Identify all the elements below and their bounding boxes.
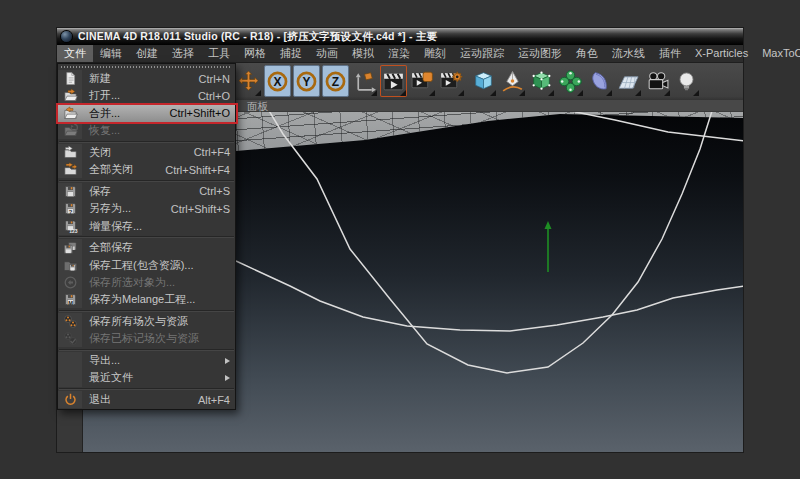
menubar-item-选择[interactable]: 选择 [165, 45, 201, 62]
menu-item-shortcut: Alt+F4 [198, 394, 230, 406]
empty-icon [58, 369, 82, 386]
menubar-item-网格[interactable]: 网格 [237, 45, 273, 62]
pen-spline-button[interactable] [499, 65, 526, 97]
move-tool[interactable] [235, 65, 262, 97]
menubar-item-MaxToC4D[interactable]: MaxToC4D [755, 45, 800, 62]
menubar-item-渲染[interactable]: 渲染 [381, 45, 417, 62]
menu-item-label: 关闭 [82, 145, 111, 160]
folder-merge-icon [58, 105, 82, 122]
coordinate-system-button[interactable] [351, 65, 378, 97]
deformer-button[interactable] [557, 65, 584, 97]
y-axis-arrow-head [545, 221, 552, 229]
file-menu-item-另存为[interactable]: ?另存为...Ctrl+Shift+S [58, 200, 235, 217]
coordinate-system-icon [352, 69, 377, 94]
y-axis-lock-button[interactable]: Y [293, 65, 320, 97]
file-menu-item-关闭[interactable]: 关闭Ctrl+F4 [58, 144, 235, 161]
light-button[interactable] [673, 65, 700, 97]
extrude-spline-outer[interactable] [268, 112, 712, 373]
menubar-item-动画[interactable]: 动画 [309, 45, 345, 62]
save-all-icon [58, 239, 82, 256]
submenu-arrow-icon [225, 375, 230, 381]
svg-text:M: M [68, 300, 73, 306]
file-menu-item-保存[interactable]: 保存Ctrl+S [58, 183, 235, 200]
render-settings-button[interactable] [438, 65, 465, 97]
file-menu-item-合并[interactable]: 合并...Ctrl+Shift+O [58, 105, 235, 122]
file-menu-item-恢复: 恢复... [58, 122, 235, 139]
folder-open-icon [58, 87, 82, 104]
file-menu-item-全部关闭[interactable]: 全部关闭Ctrl+Shift+F4 [58, 161, 235, 178]
menubar-item-工具[interactable]: 工具 [201, 45, 237, 62]
save-project-icon [58, 256, 82, 273]
add-cube-button[interactable] [470, 65, 497, 97]
folder-close-icon [58, 144, 82, 161]
floor-button[interactable] [615, 65, 642, 97]
move-tool-icon [236, 69, 261, 94]
file-menu-item-增量保存[interactable]: 123增量保存... [58, 217, 235, 234]
menubar-item-插件[interactable]: 插件 [652, 45, 688, 62]
render-view-button[interactable] [380, 65, 407, 97]
menubar-item-模拟[interactable]: 模拟 [345, 45, 381, 62]
titlebar[interactable]: CINEMA 4D R18.011 Studio (RC - R18) - [挤… [57, 28, 743, 45]
light-icon [674, 69, 699, 94]
file-menu-item-保存工程(包含资源)[interactable]: 保存工程(包含资源)... [58, 256, 235, 273]
floor-icon [616, 69, 641, 94]
menu-item-label: 保存为Melange工程... [82, 292, 195, 307]
subdivision-surface-button[interactable] [528, 65, 555, 97]
menu-item-shortcut: Ctrl+O [198, 90, 230, 102]
menubar-item-流水线[interactable]: 流水线 [605, 45, 652, 62]
subdivision-surface-icon [529, 69, 554, 94]
file-menu-item-新建[interactable]: 新建Ctrl+N [58, 70, 235, 87]
menubar-item-文件[interactable]: 文件 [57, 45, 93, 62]
menubar-item-运动图形[interactable]: 运动图形 [511, 45, 569, 62]
file-menu-item-打开[interactable]: 打开...Ctrl+O [58, 87, 235, 104]
floppy-melange-icon: M [58, 291, 82, 308]
takes-save-icon [58, 313, 82, 330]
z-axis-lock-button[interactable]: Z [322, 65, 349, 97]
menu-item-label: 退出 [82, 392, 111, 407]
camera-button[interactable] [644, 65, 671, 97]
menu-item-label: 恢复... [82, 123, 120, 138]
menu-item-label: 全部关闭 [82, 162, 133, 177]
menu-item-label: 保存工程(包含资源)... [82, 258, 194, 273]
viewport-panel-menu[interactable]: 面板 [247, 100, 268, 112]
render-picture-viewer-button[interactable] [409, 65, 436, 97]
file-menu-item-保存所有场次与资源[interactable]: 保存所有场次与资源 [58, 313, 235, 330]
menu-item-label: 打开... [82, 88, 120, 103]
file-menu-item-最近文件[interactable]: 最近文件 [58, 369, 235, 386]
menubar-item-捕捉[interactable]: 捕捉 [273, 45, 309, 62]
menu-item-label: 增量保存... [82, 219, 142, 234]
render-settings-icon [439, 69, 464, 94]
menu-item-label: 另存为... [82, 201, 131, 216]
file-menu-item-保存为Melange工程[interactable]: M保存为Melange工程... [58, 291, 235, 308]
cinema4d-window: CINEMA 4D R18.011 Studio (RC - R18) - [挤… [57, 28, 743, 452]
file-menu-item-全部保存[interactable]: 全部保存 [58, 239, 235, 256]
menubar-item-角色[interactable]: 角色 [569, 45, 605, 62]
extrude-spline-inner[interactable] [236, 261, 743, 331]
power-icon [58, 391, 82, 408]
toolbar-group [470, 65, 700, 97]
spline-volume-button[interactable] [586, 65, 613, 97]
file-menu-item-导出[interactable]: 导出... [58, 352, 235, 369]
file-menu-item-退出[interactable]: 退出Alt+F4 [58, 391, 235, 408]
axis-lock-icon: X [265, 69, 290, 94]
svg-text:Y: Y [303, 74, 311, 88]
svg-text:123: 123 [69, 228, 78, 234]
menubar-item-运动跟踪[interactable]: 运动跟踪 [453, 45, 511, 62]
menubar-item-雕刻[interactable]: 雕刻 [417, 45, 453, 62]
menubar-item-编辑[interactable]: 编辑 [93, 45, 129, 62]
menu-item-shortcut: Ctrl+Shift+S [171, 203, 230, 215]
x-axis-lock-button[interactable]: X [264, 65, 291, 97]
empty-icon [58, 352, 82, 369]
extrude-spline-top-right[interactable] [566, 112, 743, 141]
camera-icon [645, 69, 670, 94]
folder-close-all-icon [58, 161, 82, 178]
file-menu-item-保存所选对象为: 保存所选对象为... [58, 274, 235, 291]
menu-item-label: 新建 [82, 71, 111, 86]
floppy-incremental-icon: 123 [58, 217, 82, 234]
deformer-icon [558, 69, 583, 94]
menubar-item-X-Particles[interactable]: X-Particles [688, 45, 755, 62]
render-region-icon [410, 69, 435, 94]
menubar-item-创建[interactable]: 创建 [129, 45, 165, 62]
file-menu-dropdown: 新建Ctrl+N打开...Ctrl+O合并...Ctrl+Shift+O恢复..… [57, 63, 236, 410]
menu-item-shortcut: Ctrl+S [199, 185, 230, 197]
